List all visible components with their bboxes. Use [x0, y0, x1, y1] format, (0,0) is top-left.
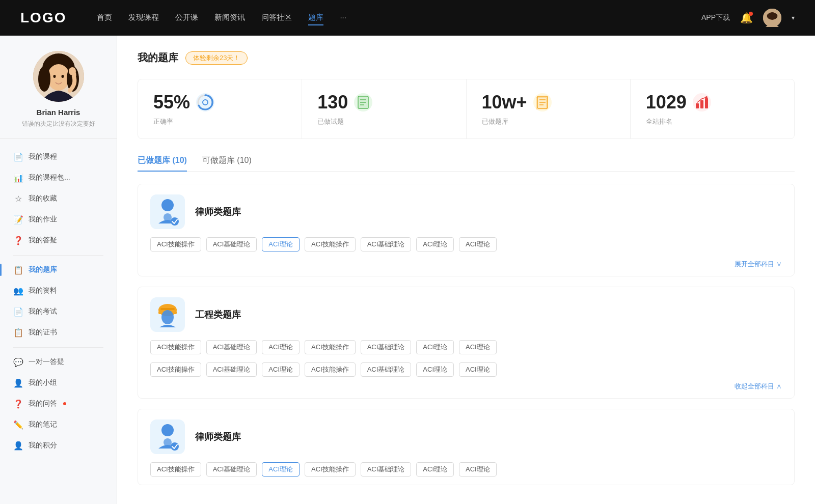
- bank-expand-engineer[interactable]: 收起全部科目 ∧: [138, 382, 794, 398]
- bank-tag[interactable]: ACI理论: [459, 340, 497, 354]
- tab-done-banks[interactable]: 已做题库 (10): [138, 155, 187, 171]
- nav-item-qa[interactable]: 问答社区: [261, 11, 292, 25]
- bank-tag[interactable]: ACI理论: [416, 237, 454, 251]
- bank-tags-engineer-2: ACI技能操作 ACI基础理论 ACI理论 ACI技能操作 ACI基础理论 AC…: [138, 362, 794, 382]
- bank-title-engineer: 工程类题库: [195, 309, 241, 321]
- stat-accuracy: 55% 正确率: [138, 79, 302, 138]
- bank-tag[interactable]: ACI理论: [416, 462, 454, 477]
- nav-items: 首页 发现课程 公开课 新闻资讯 问答社区 题库 ···: [97, 11, 701, 25]
- stat-label-done-q: 已做试题: [317, 117, 450, 126]
- nav-app-download[interactable]: APP下载: [701, 13, 730, 22]
- svg-point-27: [705, 96, 708, 98]
- questions-dot: [63, 402, 66, 405]
- nav-chevron-icon[interactable]: ▾: [792, 14, 795, 21]
- svg-point-33: [161, 310, 174, 324]
- sidebar-item-materials[interactable]: 👥 我的资料: [5, 281, 112, 301]
- trial-badge: 体验剩余23天！: [185, 51, 248, 65]
- bank-tag[interactable]: ACI技能操作: [150, 340, 201, 354]
- bank-tag[interactable]: ACI理论: [262, 362, 300, 377]
- bank-tag-active[interactable]: ACI理论: [262, 237, 300, 251]
- nav-item-open[interactable]: 公开课: [175, 11, 198, 25]
- stat-done-banks: 10w+ 已做题库: [467, 79, 631, 138]
- nav-item-more[interactable]: ···: [340, 11, 346, 25]
- sidebar-user-name: Brian Harris: [10, 108, 106, 117]
- sidebar-profile: Brian Harris 错误的决定比没有决定要好: [0, 51, 117, 139]
- svg-point-9: [61, 75, 64, 78]
- sidebar-item-groups[interactable]: 👤 我的小组: [5, 373, 112, 394]
- bank-tag-active[interactable]: ACI理论: [262, 462, 300, 477]
- sidebar-item-homework[interactable]: 📝 我的作业: [5, 209, 112, 230]
- bank-tag[interactable]: ACI理论: [262, 340, 300, 354]
- sidebar-item-cert[interactable]: 📋 我的证书: [5, 322, 112, 343]
- bank-card-engineer: 工程类题库 ACI技能操作 ACI基础理论 ACI理论 ACI技能操作 ACI基…: [138, 287, 795, 399]
- bank-expand-lawyer-1[interactable]: 展开全部科目 ∨: [138, 260, 794, 276]
- sidebar-item-favorites[interactable]: ☆ 我的收藏: [5, 188, 112, 209]
- nav-item-quiz[interactable]: 题库: [308, 11, 323, 25]
- bank-tags-lawyer-1: ACI技能操作 ACI基础理论 ACI理论 ACI技能操作 ACI基础理论 AC…: [138, 237, 794, 260]
- sidebar-item-qa-answer[interactable]: ❓ 我的答疑: [5, 230, 112, 251]
- stat-top-accuracy: 55%: [153, 92, 286, 113]
- bank-tag[interactable]: ACI基础理论: [206, 340, 257, 354]
- bank-icon-lawyer-2: [150, 419, 185, 454]
- stat-value-banks: 10w+: [482, 92, 527, 113]
- nav-item-courses[interactable]: 发现课程: [128, 11, 159, 25]
- sidebar-item-questions[interactable]: ❓ 我的问答: [5, 394, 112, 414]
- bank-tag[interactable]: ACI基础理论: [361, 340, 412, 354]
- qa-icon: ❓: [13, 236, 23, 245]
- bank-tag[interactable]: ACI理论: [459, 362, 497, 377]
- stat-label-accuracy: 正确率: [153, 117, 286, 126]
- bank-tags-lawyer-2: ACI技能操作 ACI基础理论 ACI理论 ACI技能操作 ACI基础理论 AC…: [138, 462, 794, 485]
- stat-top-done: 130: [317, 92, 450, 113]
- bank-tag[interactable]: ACI基础理论: [361, 462, 412, 477]
- bank-tag[interactable]: ACI技能操作: [305, 237, 356, 251]
- tab-available-banks[interactable]: 可做题库 (10): [202, 155, 252, 171]
- svg-point-36: [164, 438, 172, 446]
- svg-point-5: [47, 64, 70, 91]
- bank-tag[interactable]: ACI基础理论: [206, 462, 257, 477]
- sidebar-item-courses[interactable]: 📄 我的课程: [5, 147, 112, 167]
- svg-point-10: [69, 67, 76, 75]
- bank-tag[interactable]: ACI理论: [416, 362, 454, 377]
- stat-top-banks: 10w+: [482, 92, 615, 113]
- sidebar-divider-2: [13, 347, 103, 348]
- nav-logo: LOGO: [20, 10, 66, 26]
- bank-tag[interactable]: ACI技能操作: [150, 362, 201, 377]
- sidebar-item-quiz-bank[interactable]: 📋 我的题库: [5, 260, 112, 281]
- bank-card-header-2: 工程类题库: [138, 287, 794, 340]
- bank-tag[interactable]: ACI基础理论: [206, 362, 257, 377]
- bank-tag[interactable]: ACI理论: [459, 237, 497, 251]
- bank-tag[interactable]: ACI理论: [459, 462, 497, 477]
- stat-value-accuracy: 55%: [153, 92, 190, 113]
- sidebar-item-exam[interactable]: 📄 我的考试: [5, 301, 112, 322]
- bank-tag[interactable]: ACI基础理论: [361, 237, 412, 251]
- sidebar-item-notes[interactable]: ✏️ 我的笔记: [5, 414, 112, 435]
- nav-item-news[interactable]: 新闻资讯: [214, 11, 245, 25]
- nav-item-home[interactable]: 首页: [97, 11, 112, 25]
- bank-tag[interactable]: ACI技能操作: [305, 462, 356, 477]
- svg-rect-26: [705, 98, 708, 108]
- main-content: 我的题库 体验剩余23天！ 55% 正确率: [117, 36, 815, 504]
- sidebar-item-points[interactable]: 👤 我的积分: [5, 435, 112, 456]
- sidebar-user-quote: 错误的决定比没有决定要好: [10, 120, 106, 128]
- homework-icon: 📝: [13, 215, 23, 225]
- bank-tag[interactable]: ACI理论: [416, 340, 454, 354]
- nav-avatar[interactable]: [763, 9, 781, 27]
- nav-bell-icon[interactable]: 🔔: [740, 12, 753, 24]
- svg-rect-34: [160, 308, 175, 310]
- bank-tag[interactable]: ACI技能操作: [150, 462, 201, 477]
- svg-point-8: [53, 75, 56, 78]
- bank-tag[interactable]: ACI技能操作: [305, 362, 356, 377]
- page-title: 我的题库: [138, 51, 178, 65]
- sidebar-item-label: 我的积分: [29, 441, 57, 450]
- bank-tag[interactable]: ACI技能操作: [150, 237, 201, 251]
- bank-tag[interactable]: ACI基础理论: [206, 237, 257, 251]
- bank-tag[interactable]: ACI基础理论: [361, 362, 412, 377]
- stat-ranking: 1029 全站排名: [631, 79, 794, 138]
- stat-done-questions: 130 已做试题: [302, 79, 466, 138]
- bank-tag[interactable]: ACI技能操作: [305, 340, 356, 354]
- accuracy-icon: [196, 93, 214, 111]
- svg-rect-25: [700, 100, 703, 108]
- ranking-icon: [693, 93, 711, 111]
- sidebar-item-tutoring[interactable]: 💬 一对一答疑: [5, 352, 112, 373]
- sidebar-item-course-pkg[interactable]: 📊 我的课程包...: [5, 167, 112, 188]
